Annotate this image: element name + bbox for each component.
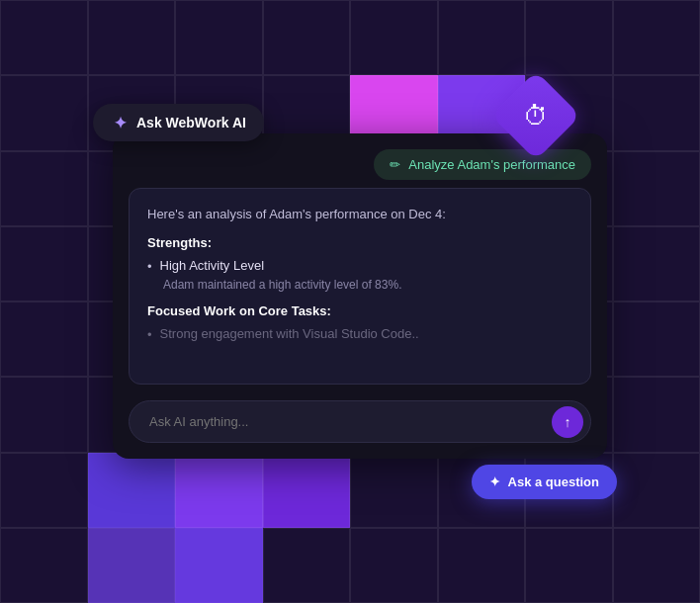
ask-webwork-button[interactable]: ✦ Ask WebWork AI bbox=[93, 104, 264, 141]
send-icon: ↑ bbox=[565, 414, 571, 430]
logo-icon: ⏱ bbox=[523, 101, 549, 131]
sparkle-icon: ✦ bbox=[111, 114, 129, 131]
ask-question-label: Ask a question bbox=[508, 474, 599, 489]
bullet-1-title: High Activity Level bbox=[160, 258, 265, 273]
analyze-button[interactable]: ✏ Analyze Adam's performance bbox=[374, 149, 591, 180]
analyze-label: Analyze Adam's performance bbox=[408, 157, 575, 172]
ask-webwork-label: Ask WebWork AI bbox=[136, 115, 246, 130]
send-button[interactable]: ↑ bbox=[552, 406, 583, 438]
ai-input[interactable] bbox=[129, 400, 591, 443]
pencil-icon: ✏ bbox=[390, 157, 400, 172]
analysis-intro: Here's an analysis of Adam's performance… bbox=[147, 207, 572, 221]
bullet-2-text: Strong engagement with Visual Studio Cod… bbox=[160, 326, 419, 341]
strengths-title: Strengths: bbox=[147, 235, 572, 250]
ask-question-sparkle-icon: ✦ bbox=[489, 474, 500, 489]
bullet-1-sub: Adam maintained a high activity level of… bbox=[163, 278, 572, 292]
main-card: ✏ Analyze Adam's performance Here's an a… bbox=[113, 133, 607, 459]
bullet-dot-2: • bbox=[147, 327, 152, 342]
bullet-dot-1: • bbox=[147, 259, 152, 274]
section2-title: Focused Work on Core Tasks: bbox=[147, 303, 572, 318]
analysis-box: Here's an analysis of Adam's performance… bbox=[129, 188, 591, 385]
scene: ✦ Ask WebWork AI ⏱ ✏ Analyze Adam's perf… bbox=[73, 74, 627, 529]
input-wrapper: ↑ bbox=[129, 400, 591, 443]
bullet-1: • High Activity Level bbox=[147, 258, 572, 274]
ask-question-button[interactable]: ✦ Ask a question bbox=[472, 465, 617, 499]
input-area: ↑ bbox=[113, 400, 607, 459]
